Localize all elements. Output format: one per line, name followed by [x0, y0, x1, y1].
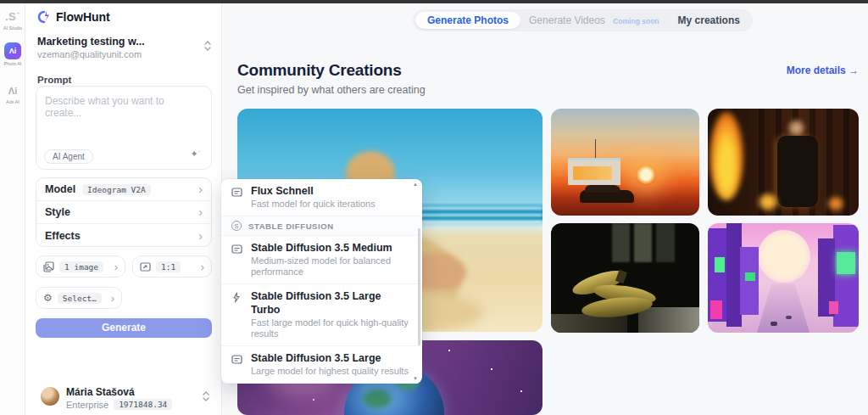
model-option-sd35-large-turbo[interactable]: Stable Diffusion 3.5 Large Turbo Fast la… — [221, 284, 422, 346]
chevron-right-icon: › — [198, 230, 203, 242]
continent — [363, 390, 392, 408]
select-badge: Select… — [58, 293, 102, 304]
brand-name: FlowHunt — [56, 10, 110, 24]
rail-item-photo-ai[interactable]: Λi Photo AI — [0, 42, 25, 66]
gallery-image-bananas-still-life[interactable] — [551, 223, 699, 333]
mode-tabbar: Generate Photos Generate Videos Coming s… — [413, 9, 753, 31]
bolt-icon — [231, 289, 243, 339]
tab-generate-photos[interactable]: Generate Photos — [415, 12, 520, 29]
model-row[interactable]: Model Ideogram V2A › — [36, 178, 211, 201]
ai-agent-chip[interactable]: AI Agent — [44, 149, 93, 164]
style-label: Style — [45, 206, 70, 218]
model-dropdown: Flux Schnell Fast model for quick iterat… — [221, 179, 422, 384]
model-card-icon — [231, 241, 243, 278]
rail-label: Photo AI — [0, 61, 25, 66]
gallery-image-neon-cyberpunk-city[interactable] — [708, 223, 859, 333]
dropdown-scrollbar[interactable] — [418, 228, 420, 345]
prompt-input[interactable] — [36, 87, 211, 137]
workspace-name[interactable]: Marketing testing w... — [37, 36, 145, 48]
neon-sign-green — [715, 257, 725, 272]
chevron-right-icon: › — [111, 293, 114, 304]
rail-label: Ads AI — [0, 99, 25, 104]
brand: FlowHunt — [36, 10, 110, 24]
man-body — [777, 136, 818, 207]
images-stack-icon — [43, 261, 54, 272]
scroll-down-arrow-icon[interactable]: ▼ — [413, 376, 418, 381]
model-section-label: STABLE DIFFUSION — [248, 222, 334, 231]
rail-label: AI Studio — [0, 25, 25, 31]
page-title: Community Creations — [237, 61, 402, 80]
car — [771, 322, 777, 326]
scroll-up-arrow-icon[interactable]: ▲ — [413, 182, 418, 187]
workspace-switcher-chevrons-icon[interactable] — [204, 41, 211, 51]
car — [786, 316, 792, 319]
credits-badge: 1971848.34 — [114, 399, 172, 410]
ai-studio-icon: .S˙ — [5, 10, 20, 23]
model-option-desc: Fast model for quick iterations — [251, 199, 376, 210]
street — [757, 283, 810, 333]
workspace-email: vzeman@qualityunit.com — [37, 49, 142, 59]
model-option-title: Flux Schnell — [251, 184, 376, 198]
pink-sun — [758, 230, 810, 283]
model-option-title: Stable Diffusion 3.5 Large Turbo — [251, 289, 412, 317]
model-value-badge: Ideogram V2A — [82, 184, 151, 195]
style-row[interactable]: Style › — [36, 201, 211, 224]
model-label: Model — [45, 183, 75, 195]
flame-column — [709, 112, 743, 200]
ground-flame — [757, 193, 779, 210]
table-corner — [638, 307, 699, 333]
man-head — [789, 121, 804, 136]
photo-ai-icon: Λi — [4, 42, 21, 59]
rail-item-ai-studio[interactable]: .S˙ AI Studio — [0, 8, 25, 31]
more-details-link[interactable]: More details → — [787, 64, 859, 76]
tab-my-creations[interactable]: My creations — [668, 14, 750, 26]
generate-button[interactable]: Generate — [36, 318, 212, 338]
rail-item-ads-ai[interactable]: Λi Ads AI — [0, 82, 25, 104]
gallery-image-sunset-gas-station[interactable] — [551, 109, 699, 216]
browser-edge-strip — [0, 0, 868, 3]
table-left — [551, 314, 627, 333]
sidebar: FlowHunt Marketing testing w... vzeman@q… — [25, 3, 222, 415]
chevron-right-icon: › — [201, 261, 204, 272]
user-plan: Enterprise — [66, 400, 108, 410]
image-count-badge: 1 image — [59, 261, 103, 272]
app-rail: .S˙ AI Studio Λi Photo AI Λi Ads AI — [0, 3, 25, 415]
tab-generate-videos[interactable]: Generate Videos Coming soon — [520, 14, 668, 26]
neon-sign-pink — [710, 300, 722, 319]
aspect-ratio-icon — [140, 261, 151, 272]
aspect-ratio-badge: 1:1 — [156, 261, 181, 272]
sun — [636, 165, 656, 185]
aspect-ratio-selector[interactable]: 1:1 › — [132, 255, 212, 278]
neon-sign-pink — [829, 301, 838, 314]
tab-generate-videos-label: Generate Videos — [529, 14, 605, 26]
car-roof — [585, 185, 620, 193]
stability-icon: S — [231, 221, 242, 231]
gallery-image-man-with-fire[interactable] — [708, 109, 859, 216]
avatar[interactable] — [41, 387, 59, 406]
ground-flame — [826, 197, 845, 210]
flowhunt-logo-icon — [36, 10, 52, 24]
user-plan-row: Enterprise 1971848.34 — [66, 399, 172, 410]
neon-sign-green — [745, 272, 755, 281]
model-card-icon — [231, 184, 243, 210]
model-option-title: Stable Diffusion 3.5 Medium — [251, 241, 412, 255]
neon-billboard-green — [837, 252, 855, 274]
generation-settings-card: Model Ideogram V2A › Style › Effects › — [36, 177, 212, 247]
advanced-select[interactable]: ⚙ Select… › — [36, 287, 122, 309]
window — [612, 223, 675, 262]
chevron-right-icon: › — [198, 183, 203, 195]
model-option-sd35-medium[interactable]: Stable Diffusion 3.5 Medium Medium-sized… — [221, 236, 422, 284]
image-count-selector[interactable]: 1 image › — [36, 255, 125, 278]
ads-ai-icon: Λi — [8, 86, 17, 96]
model-card-icon — [231, 351, 243, 377]
page-subtitle: Get inspired by what others are creating — [237, 84, 426, 96]
model-option-flux-schnell[interactable]: Flux Schnell Fast model for quick iterat… — [221, 179, 422, 216]
effects-row[interactable]: Effects › — [36, 224, 211, 247]
kiosk-windows — [573, 166, 612, 180]
gear-icon: ⚙ — [43, 292, 53, 304]
chevron-right-icon: › — [198, 206, 203, 218]
user-name: Mária Stašová — [66, 386, 135, 398]
sparkle-icon[interactable]: ✦∙∙ — [190, 149, 201, 160]
model-option-sd35-large[interactable]: Stable Diffusion 3.5 Large Large model f… — [221, 346, 422, 384]
account-switcher-chevrons-icon[interactable] — [203, 391, 209, 401]
